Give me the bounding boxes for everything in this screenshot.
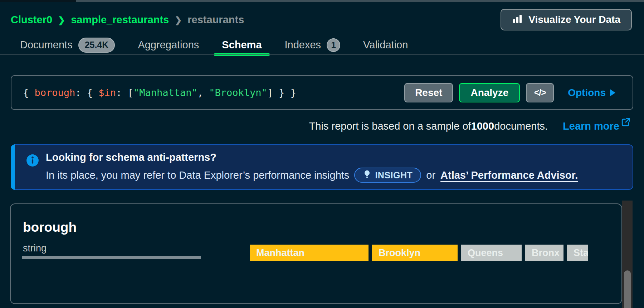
banner-conjunction: or xyxy=(426,169,435,181)
banner-body: In its place, you may refer to Data Expl… xyxy=(46,168,622,183)
options-caret-icon xyxy=(610,89,615,96)
report-text-prefix: This report is based on a sample of xyxy=(309,120,471,132)
tab-indexes[interactable]: Indexes 1 xyxy=(277,35,348,55)
scrollbar-thumb[interactable] xyxy=(624,270,631,308)
documents-count-badge: 25.4K xyxy=(78,38,115,53)
tab-aggregations-label: Aggregations xyxy=(138,39,199,51)
tab-schema[interactable]: Schema xyxy=(214,35,269,55)
bar-chart-icon xyxy=(512,13,523,27)
insight-badge[interactable]: INSIGHT xyxy=(354,168,421,183)
tab-documents-label: Documents xyxy=(20,39,73,51)
performance-advisor-link[interactable]: Atlas’ Performance Advisor. xyxy=(440,169,578,181)
banner-body-text: In its place, you may refer to Data Expl… xyxy=(46,169,349,181)
options-button[interactable]: Options xyxy=(568,87,615,98)
schema-field-card: borough string ManhattanBrooklynQueensBr… xyxy=(10,203,622,304)
breadcrumb: Cluster0 ❯ sample_restaurants ❯ restaura… xyxy=(11,14,244,26)
tab-documents[interactable]: Documents 25.4K xyxy=(12,35,123,55)
reset-button[interactable]: Reset xyxy=(404,83,453,102)
breadcrumb-collection: restaurants xyxy=(187,14,244,26)
options-label: Options xyxy=(568,87,606,98)
query-token: : [ xyxy=(116,87,133,98)
query-token: , xyxy=(197,87,209,98)
query-token-string: "Brooklyn" xyxy=(209,87,267,98)
field-name: borough xyxy=(23,220,77,235)
distribution-bar-queens[interactable]: Queens xyxy=(461,245,522,261)
banner-title: Looking for schema anti-patterns? xyxy=(46,151,622,163)
insight-badge-label: INSIGHT xyxy=(375,170,413,181)
tab-indexes-label: Indexes xyxy=(285,39,321,51)
window-chrome-strip-dark xyxy=(0,0,76,2)
code-brackets-icon: </> xyxy=(534,87,546,98)
field-type-label[interactable]: string xyxy=(23,243,47,254)
query-token-field: borough xyxy=(35,87,75,98)
info-icon xyxy=(26,154,39,169)
learn-more-label: Learn more xyxy=(563,120,619,132)
chevron-right-icon: ❯ xyxy=(58,15,65,25)
tab-validation-label: Validation xyxy=(363,39,408,51)
visualize-button-label: Visualize Your Data xyxy=(528,14,620,25)
query-token-string: "Manhattan" xyxy=(133,87,197,98)
distribution-bar-bronx[interactable]: Bronx xyxy=(525,245,564,261)
query-token: ] } } xyxy=(267,87,296,98)
query-bar: { borough: { $in: ["Manhattan", "Brookly… xyxy=(11,75,633,110)
analyze-button[interactable]: Analyze xyxy=(459,83,520,102)
distribution-bar-manhattan[interactable]: Manhattan xyxy=(250,245,369,261)
chevron-right-icon: ❯ xyxy=(175,15,182,25)
visualize-your-data-button[interactable]: Visualize Your Data xyxy=(501,9,632,30)
query-actions: Reset Analyze </> Options xyxy=(404,83,615,102)
breadcrumb-database[interactable]: sample_restaurants xyxy=(71,14,169,26)
code-toggle-button[interactable]: </> xyxy=(526,83,554,102)
schema-antipatterns-banner: Looking for schema anti-patterns? In its… xyxy=(11,144,633,190)
sample-report-line: This report is based on a sample of 1000… xyxy=(309,118,630,134)
distribution-bars: ManhattanBrooklynQueensBronxStaten Islan… xyxy=(250,245,588,261)
topbar: Cluster0 ❯ sample_restaurants ❯ restaura… xyxy=(11,8,632,32)
sample-count: 1000 xyxy=(471,120,494,132)
query-token: : { xyxy=(75,87,98,98)
tab-schema-label: Schema xyxy=(222,39,262,51)
distribution-bar-staten-island[interactable]: Staten Island xyxy=(567,245,588,261)
tabs-divider xyxy=(0,54,644,55)
query-token: { xyxy=(23,87,35,98)
lightbulb-icon xyxy=(363,170,371,181)
field-type-share-bar[interactable] xyxy=(22,256,201,259)
breadcrumb-cluster[interactable]: Cluster0 xyxy=(11,14,52,26)
learn-more-link[interactable]: Learn more xyxy=(563,120,630,132)
tab-aggregations[interactable]: Aggregations xyxy=(130,35,207,55)
query-input[interactable]: { borough: { $in: ["Manhattan", "Brookly… xyxy=(23,87,404,98)
collection-tabs: Documents 25.4K Aggregations Schema Inde… xyxy=(12,35,416,55)
tab-validation[interactable]: Validation xyxy=(355,35,416,55)
banner-accent-bar xyxy=(11,144,15,190)
query-token-operator: $in xyxy=(98,87,116,98)
distribution-bar-brooklyn[interactable]: Brooklyn xyxy=(372,245,458,261)
report-text-suffix: documents. xyxy=(494,120,548,132)
window-chrome-strip xyxy=(0,0,644,2)
indexes-count-badge: 1 xyxy=(327,38,340,52)
external-link-icon xyxy=(621,117,630,129)
scrollbar-track[interactable] xyxy=(622,201,633,308)
